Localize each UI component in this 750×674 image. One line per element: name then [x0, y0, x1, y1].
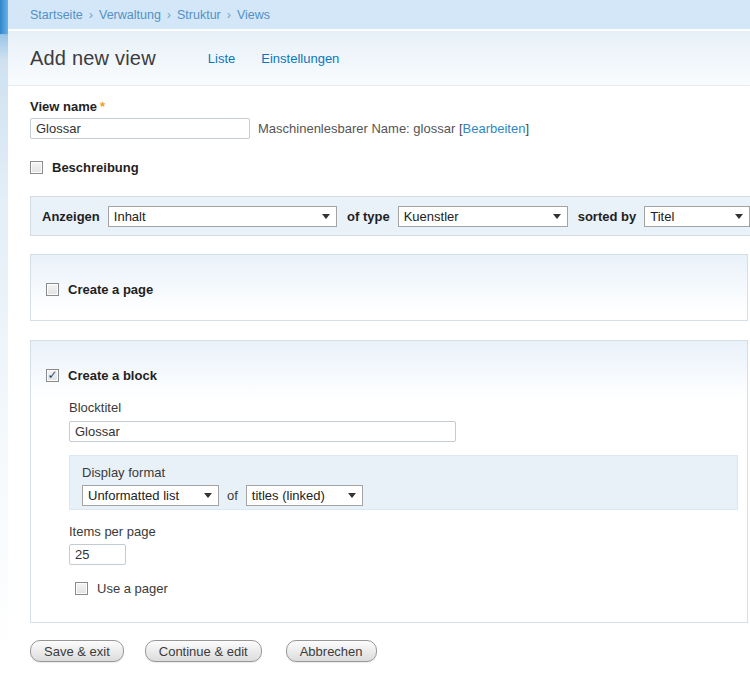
view-name-row: Maschinenlesbarer Name: glossar [Bearbei… [30, 118, 750, 139]
tab-liste[interactable]: Liste [208, 51, 235, 66]
display-format-selects: Unformatted list of titles (linked) [82, 485, 737, 506]
machine-name-edit-link[interactable]: Bearbeiten [463, 121, 526, 136]
sort-select[interactable]: Titel [644, 206, 750, 227]
form-main: View name* Maschinenlesbarer Name: gloss… [8, 86, 750, 662]
format-of-label: of [227, 488, 238, 503]
display-format-select[interactable]: Unformatted list [82, 485, 219, 506]
breadcrumb-link-startseite[interactable]: Startseite [30, 8, 83, 22]
show-select-value: Inhalt [114, 209, 146, 224]
row-style-select[interactable]: titles (linked) [246, 485, 363, 506]
type-select[interactable]: Kuenstler [398, 206, 568, 227]
breadcrumb-separator: › [167, 8, 171, 22]
left-gutter-strip [0, 0, 8, 674]
chevron-down-icon [348, 493, 356, 498]
create-page-row: Create a page [46, 282, 747, 297]
display-format-value: Unformatted list [88, 488, 179, 503]
display-format-box: Display format Unformatted list of title… [69, 455, 738, 510]
breadcrumb-link-views[interactable]: Views [237, 8, 270, 22]
use-pager-checkbox[interactable] [75, 582, 88, 595]
view-name-label-row: View name* [30, 99, 750, 114]
left-gutter-strip-top [0, 0, 8, 34]
breadcrumb-separator: › [227, 8, 231, 22]
row-style-value: titles (linked) [252, 488, 325, 503]
block-title-input[interactable] [69, 421, 456, 442]
show-label: Anzeigen [42, 209, 100, 224]
chevron-down-icon [204, 493, 212, 498]
machine-name-prefix: Maschinenlesbarer Name: glossar [258, 121, 455, 136]
description-checkbox[interactable] [30, 161, 43, 174]
add-new-view-page: Startseite›Verwaltung›Struktur›Views Add… [0, 0, 750, 674]
page-header: Add new view Liste Einstellungen [8, 31, 750, 86]
continue-edit-button[interactable]: Continue & edit [145, 640, 262, 662]
pager-row: Use a pager [75, 581, 747, 596]
create-block-row: Create a block [46, 368, 747, 383]
breadcrumb-link-struktur[interactable]: Struktur [177, 8, 221, 22]
description-row: Beschreibung [30, 160, 750, 175]
show-select[interactable]: Inhalt [108, 206, 337, 227]
create-page-section: Create a page [30, 254, 748, 321]
form-actions: Save & exit Continue & edit Abbrechen [30, 640, 750, 662]
breadcrumb-bar: Startseite›Verwaltung›Struktur›Views [8, 0, 750, 31]
required-marker-icon: * [100, 99, 105, 114]
use-pager-label: Use a pager [97, 581, 168, 596]
create-page-checkbox[interactable] [46, 283, 59, 296]
machine-name-text: Maschinenlesbarer Name: glossar [Bearbei… [258, 121, 529, 136]
items-per-page-input[interactable] [69, 544, 126, 565]
sorted-by-label: sorted by [578, 209, 637, 224]
type-select-value: Kuenstler [404, 209, 459, 224]
sort-select-value: Titel [650, 209, 674, 224]
bracket-close: ] [525, 121, 529, 136]
view-name-label: View name [30, 99, 97, 114]
create-block-section: Create a block Blocktitel Display format… [30, 340, 748, 623]
block-title-label: Blocktitel [69, 400, 747, 415]
create-block-checkbox[interactable] [46, 369, 59, 382]
chevron-down-icon [553, 214, 561, 219]
tab-einstellungen[interactable]: Einstellungen [261, 51, 339, 66]
create-page-label: Create a page [68, 282, 153, 297]
cancel-button[interactable]: Abbrechen [286, 640, 377, 662]
chevron-down-icon [322, 214, 330, 219]
view-name-input[interactable] [30, 118, 250, 139]
page-title: Add new view [30, 47, 156, 70]
description-label: Beschreibung [52, 160, 139, 175]
breadcrumb: Startseite›Verwaltung›Struktur›Views [30, 8, 270, 22]
chevron-down-icon [735, 214, 743, 219]
breadcrumb-link-verwaltung[interactable]: Verwaltung [99, 8, 161, 22]
create-block-label: Create a block [68, 368, 157, 383]
block-settings: Blocktitel Display format Unformatted li… [46, 400, 747, 596]
content-area: Startseite›Verwaltung›Struktur›Views Add… [8, 0, 750, 662]
save-exit-button[interactable]: Save & exit [30, 640, 124, 662]
breadcrumb-separator: › [89, 8, 93, 22]
show-settings-bar: Anzeigen Inhalt of type Kuenstler sorted… [30, 196, 750, 236]
of-type-label: of type [347, 209, 390, 224]
display-format-label: Display format [82, 465, 737, 480]
items-per-page-label: Items per page [69, 524, 747, 539]
header-tabs: Liste Einstellungen [208, 51, 340, 66]
